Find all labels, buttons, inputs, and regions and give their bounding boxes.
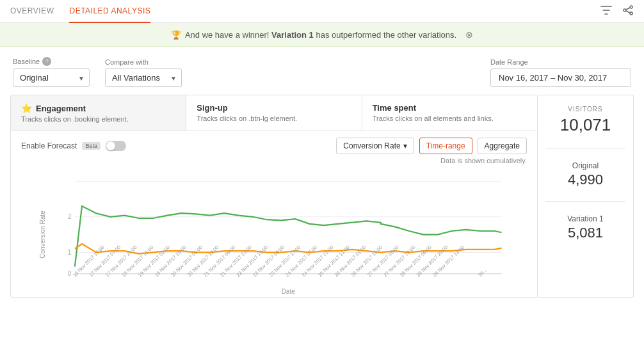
banner-text: And we have a winner! Variation 1 has ou… bbox=[185, 30, 456, 40]
y-label-1: 1 bbox=[68, 249, 72, 256]
controls-row: Baseline ? Original ▼ Compare with All V… bbox=[0, 47, 644, 95]
stats-divider-1 bbox=[545, 148, 625, 148]
filter-icon[interactable] bbox=[600, 4, 612, 19]
compare-label: Compare with bbox=[105, 58, 182, 66]
forecast-toggle[interactable] bbox=[106, 141, 126, 151]
compare-group: Compare with All Variations ▼ bbox=[105, 58, 182, 87]
y-label-2: 2 bbox=[68, 213, 72, 220]
chart-right-controls: Conversion Rate ▾ Time-range Aggregate bbox=[336, 138, 527, 154]
date-range-label: Date Range bbox=[490, 58, 631, 66]
cumulative-note: Data is shown cumulatively. bbox=[11, 157, 537, 167]
svg-point-1 bbox=[624, 9, 626, 12]
nav-icons bbox=[600, 4, 634, 19]
timespent-subtitle: Tracks clicks on all elements and links. bbox=[373, 115, 527, 122]
chart-controls: Enable Forecast Beta Conversion Rate ▾ T… bbox=[11, 131, 537, 157]
metric-tab-signup[interactable]: Sign-up Tracks clicks on .btn-lg element… bbox=[186, 95, 362, 131]
baseline-label: Baseline ? bbox=[13, 57, 90, 66]
dropdown-arrow-icon: ▾ bbox=[403, 141, 407, 150]
left-panel: ⭐ Engagement Tracks clicks on .booking e… bbox=[10, 95, 538, 298]
original-value: 4,990 bbox=[545, 172, 625, 188]
nav-tabs: OVERVIEW DETAILED ANALYSIS bbox=[10, 0, 150, 23]
baseline-group: Baseline ? Original ▼ bbox=[13, 57, 90, 87]
svg-point-0 bbox=[630, 6, 632, 8]
baseline-help-icon[interactable]: ? bbox=[42, 57, 51, 66]
variation1-label: Variation 1 bbox=[545, 214, 625, 223]
trophy-icon: 🏆 bbox=[171, 30, 181, 40]
visitors-stat: VISITORS 10,071 bbox=[545, 106, 625, 135]
toggle-knob bbox=[106, 141, 115, 150]
metrics-tabs: ⭐ Engagement Tracks clicks on .booking e… bbox=[11, 95, 537, 131]
share-icon[interactable] bbox=[622, 4, 634, 19]
svg-line-3 bbox=[626, 8, 630, 10]
y-label-0: 0 bbox=[68, 270, 72, 277]
date-range-input[interactable] bbox=[490, 68, 631, 87]
time-range-button[interactable]: Time-range bbox=[419, 138, 472, 154]
metric-tab-timespent[interactable]: Time spent Tracks clicks on all elements… bbox=[362, 95, 537, 131]
chart-area: Conversion Rate 2 1 0 16 Nov 2017 bbox=[11, 167, 537, 297]
baseline-select[interactable]: Original bbox=[13, 68, 90, 87]
tab-detailed-analysis[interactable]: DETAILED ANALYSIS bbox=[69, 0, 150, 23]
variation1-value: 5,081 bbox=[545, 225, 625, 241]
top-nav: OVERVIEW DETAILED ANALYSIS bbox=[0, 0, 644, 23]
beta-badge: Beta bbox=[82, 142, 101, 150]
conversion-rate-button[interactable]: Conversion Rate ▾ bbox=[336, 138, 414, 154]
svg-line-4 bbox=[626, 11, 630, 13]
stats-divider-2 bbox=[545, 201, 625, 202]
enable-forecast-toggle: Enable Forecast Beta bbox=[21, 141, 126, 151]
visitors-value: 10,071 bbox=[545, 115, 625, 135]
main-content: ⭐ Engagement Tracks clicks on .booking e… bbox=[0, 95, 644, 298]
engagement-subtitle: Tracks clicks on .booking element. bbox=[21, 115, 175, 123]
svg-text:30...: 30... bbox=[477, 267, 488, 278]
visitors-label: VISITORS bbox=[545, 106, 625, 113]
engagement-star-icon: ⭐ bbox=[21, 103, 32, 113]
variation1-stat: Variation 1 5,081 bbox=[545, 214, 625, 241]
right-stats-panel: VISITORS 10,071 Original 4,990 Variation… bbox=[538, 95, 634, 298]
original-stat: Original 4,990 bbox=[545, 161, 625, 188]
x-axis-label: Date bbox=[282, 288, 296, 295]
tab-overview[interactable]: OVERVIEW bbox=[10, 0, 54, 23]
date-range-group: Date Range bbox=[490, 58, 631, 87]
x-axis-dates: 16 Nov 2017 17:00 17 Nov 2017 07:00 17 N… bbox=[72, 244, 488, 278]
svg-point-2 bbox=[630, 12, 632, 15]
winner-banner: 🏆 And we have a winner! Variation 1 has … bbox=[0, 23, 644, 47]
compare-select-wrap: All Variations ▼ bbox=[105, 68, 182, 87]
signup-subtitle: Tracks clicks on .btn-lg element. bbox=[197, 115, 351, 122]
baseline-select-wrap: Original ▼ bbox=[13, 68, 90, 87]
compare-select[interactable]: All Variations bbox=[105, 68, 182, 87]
metric-tab-engagement[interactable]: ⭐ Engagement Tracks clicks on .booking e… bbox=[11, 95, 186, 131]
banner-close-button[interactable]: ⊗ bbox=[465, 29, 473, 40]
original-label: Original bbox=[545, 161, 625, 170]
aggregate-button[interactable]: Aggregate bbox=[478, 138, 527, 154]
main-chart: Conversion Rate 2 1 0 16 Nov 2017 bbox=[17, 167, 531, 295]
y-axis-label: Conversion Rate bbox=[39, 211, 46, 259]
svg-text:29 Nov 2017 13:00: 29 Nov 2017 13:00 bbox=[431, 244, 465, 278]
